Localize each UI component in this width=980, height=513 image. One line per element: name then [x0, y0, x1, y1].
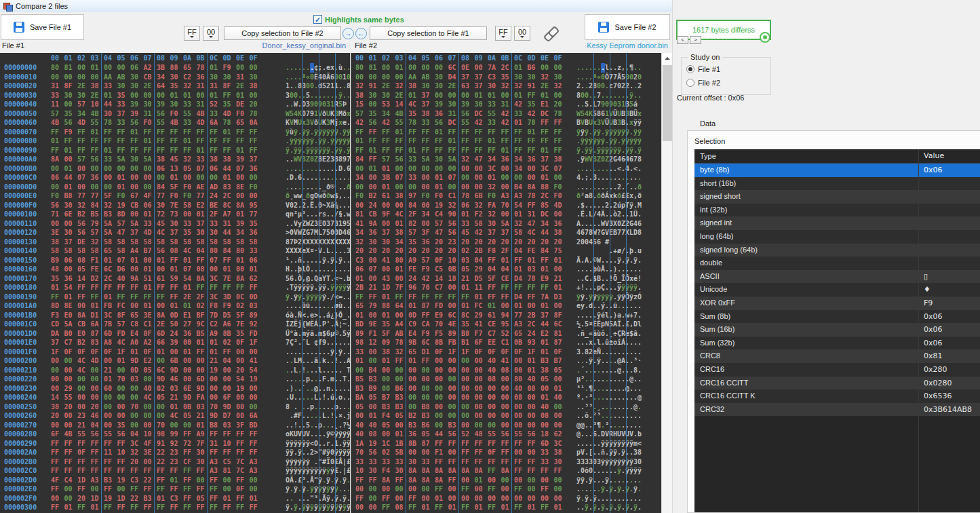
hex-byte[interactable]: 30 [64, 201, 77, 210]
hex-byte[interactable]: FF [210, 476, 222, 485]
hex-byte[interactable]: FF [528, 146, 541, 155]
hex-byte[interactable]: 30 [408, 457, 421, 467]
hex-byte[interactable]: 55 [183, 109, 196, 119]
hex-byte[interactable]: 00 [382, 219, 395, 229]
hex-byte[interactable]: 00 [369, 183, 382, 192]
hex-byte[interactable]: 00 [422, 375, 435, 384]
hex-byte[interactable]: 33 [541, 457, 553, 467]
ascii-char[interactable]: . [347, 191, 350, 201]
hex-byte[interactable]: 06 [210, 164, 222, 174]
study-radio-file2[interactable]: File #2 [686, 79, 720, 87]
hex-row[interactable]: 0000024014.55U00.00.00.00.00.4CL05.21!9D… [0, 393, 350, 402]
hex-byte[interactable]: 01 [528, 256, 541, 265]
hex-byte[interactable]: 01 [170, 91, 183, 100]
hex-byte[interactable]: 34 [488, 155, 501, 164]
hex-byte[interactable]: 57 [408, 228, 421, 238]
hex-byte[interactable]: FF [117, 146, 130, 155]
hex-byte[interactable]: 6D [157, 329, 170, 339]
hex-row[interactable]: 0000027000.00.21!04.00.35500.00.70p00.00… [0, 421, 350, 430]
hex-row[interactable]: 01.00.43C00.24$42B14.18.21!D5Õ5F_CEÎD4Ô7… [351, 274, 661, 284]
hex-byte[interactable]: 33 [514, 109, 527, 119]
ascii-char[interactable]: u [638, 246, 642, 256]
hex-byte[interactable]: 00 [514, 421, 527, 430]
hex-byte[interactable]: FF [183, 466, 196, 476]
ascii-char[interactable]: ½ [347, 421, 350, 430]
hex-byte[interactable]: 32 [183, 155, 196, 164]
hex-byte[interactable]: 7A [488, 63, 501, 73]
hex-byte[interactable]: 00 [488, 476, 501, 485]
hex-byte[interactable]: 7E [236, 320, 249, 329]
hex-byte[interactable]: 01 [64, 503, 77, 512]
hex-byte[interactable]: 40 [488, 356, 501, 366]
hex-byte[interactable]: A3 [514, 320, 527, 329]
hex-byte[interactable]: 39 [130, 109, 143, 119]
hex-byte[interactable]: 56 [435, 118, 448, 128]
hex-byte[interactable]: 6C [554, 320, 567, 329]
hex-byte[interactable]: 00 [408, 393, 421, 402]
hex-byte[interactable]: 05 [183, 411, 196, 421]
hex-byte[interactable]: 10 [117, 448, 130, 457]
hex-byte[interactable]: FF [382, 503, 395, 512]
ascii-char[interactable]: 6 [347, 164, 350, 174]
hex-byte[interactable]: 07 [77, 173, 90, 183]
hex-byte[interactable]: 00 [461, 421, 474, 430]
hex-byte[interactable]: 01 [104, 256, 117, 265]
hex-byte[interactable]: 00 [488, 402, 501, 412]
ascii-char[interactable]: b [347, 274, 350, 284]
hex-byte[interactable]: FF [117, 136, 130, 146]
hex-byte[interactable]: 54 [514, 201, 527, 210]
hex-byte[interactable]: 00 [236, 411, 249, 421]
hex-byte[interactable]: 77 [250, 210, 262, 219]
hex-byte[interactable]: 01 [554, 384, 567, 394]
hex-byte[interactable]: 35 [408, 109, 421, 119]
ascii-char[interactable]: . [347, 91, 350, 100]
hex-byte[interactable]: 23 [77, 411, 90, 421]
hex-byte[interactable]: 00 [130, 265, 143, 274]
hex-byte[interactable]: 38 [250, 81, 262, 91]
hex-byte[interactable]: 56 [157, 246, 170, 256]
hex-byte[interactable]: F0 [554, 183, 567, 192]
selection-table-row[interactable]: CRC16 CCITT0x0280 [694, 377, 980, 390]
hex-byte[interactable]: 01 [250, 265, 262, 274]
hex-byte[interactable]: 6C [104, 265, 117, 274]
ascii-char[interactable]: x [638, 109, 642, 119]
hex-row[interactable]: 57W3553444BK35538836631156VDCÜ55U42B3334… [351, 109, 661, 119]
hex-byte[interactable]: 07 [554, 164, 567, 174]
hex-byte[interactable]: 01 [183, 256, 196, 265]
hex-byte[interactable]: 01 [369, 164, 382, 174]
hex-byte[interactable]: 00 [104, 164, 117, 174]
hex-byte[interactable]: 37 [170, 228, 183, 238]
hex-byte[interactable]: 35 [528, 100, 541, 109]
hex-byte[interactable]: 50 [170, 320, 183, 329]
hex-byte[interactable]: 02 [236, 301, 249, 311]
hex-byte[interactable]: FF [51, 503, 64, 512]
hex-row[interactable]: 000001B0F3óE0à8A.D1Ñ3C<8F.65e3E>8A.0D.E1… [0, 311, 350, 320]
hex-byte[interactable]: 01 [130, 256, 143, 265]
hex-byte[interactable]: 00 [528, 393, 541, 402]
hex-byte[interactable]: 64 [157, 81, 170, 91]
fill-00-button-file1[interactable]: 00 [203, 26, 219, 41]
hex-byte[interactable]: 58 [157, 238, 170, 247]
hex-byte[interactable]: 01 [541, 146, 553, 155]
ascii-char[interactable]: 6 [347, 228, 350, 238]
hex-byte[interactable]: 04 [130, 430, 143, 439]
hex-byte[interactable]: 4C [183, 246, 196, 256]
hex-byte[interactable]: 65 [355, 301, 368, 311]
hex-byte[interactable]: 3C [554, 439, 567, 449]
hex-byte[interactable]: 19 [117, 201, 130, 210]
hex-byte[interactable]: 00 [475, 411, 488, 421]
hex-byte[interactable]: 01 [157, 256, 170, 265]
hex-byte[interactable]: 80 [210, 246, 222, 256]
ascii-char[interactable]: l [638, 320, 642, 329]
hex-byte[interactable]: FF [488, 256, 501, 265]
hex-byte[interactable]: 01 [475, 91, 488, 100]
radio-icon[interactable] [686, 65, 694, 73]
hex-byte[interactable]: 00 [422, 173, 435, 183]
hex-byte[interactable]: 01 [554, 503, 567, 512]
hex-byte[interactable]: 46 [170, 375, 183, 384]
hex-byte[interactable]: BA [355, 393, 368, 402]
hex-row[interactable]: 000001C0CDÍ5AZCBË6Aj7B{57WC8ÈC1Á2E.50P27… [0, 320, 350, 329]
hex-row[interactable]: 0000026020 00.23#46F00.00.00.00.00.4CL05… [0, 411, 350, 421]
hex-byte[interactable]: FF [183, 494, 196, 504]
hex-byte[interactable]: 00 [435, 411, 448, 421]
